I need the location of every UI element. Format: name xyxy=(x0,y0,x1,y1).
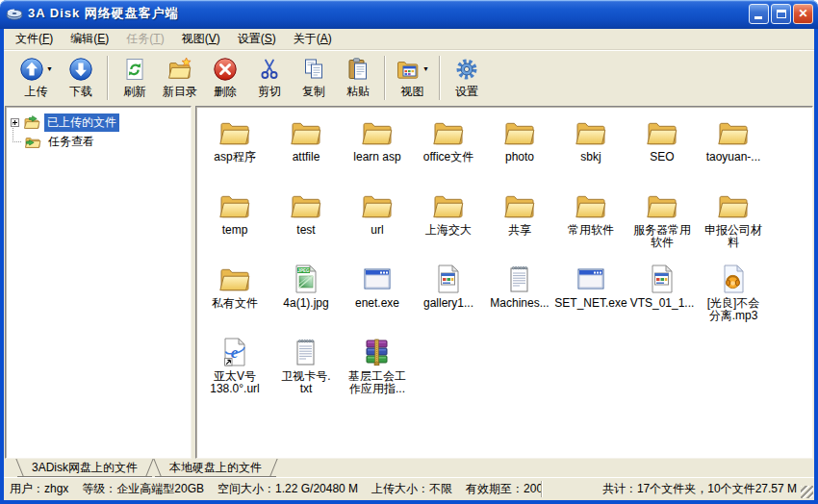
folder-icon xyxy=(218,117,251,148)
close-button[interactable]: ✕ xyxy=(793,4,813,24)
folder-icon xyxy=(575,117,607,148)
tree-label-task-view[interactable]: 任务查看 xyxy=(45,133,97,151)
file-label: test xyxy=(296,224,315,237)
menu-view[interactable]: 视图(V) xyxy=(173,28,229,50)
file-item-folder[interactable]: 申报公司材料 xyxy=(698,189,769,263)
file-item-folder[interactable]: temp xyxy=(199,189,270,263)
file-item-htmldoc[interactable]: VTS_01_1... xyxy=(626,263,698,336)
upload-button[interactable]: ▼ 上传 xyxy=(13,53,59,103)
file-item-folder[interactable]: 私有文件 xyxy=(199,263,270,336)
tab-network-disk-files[interactable]: 3ADisk网盘上的文件 xyxy=(17,459,152,477)
file-label: 申报公司材料 xyxy=(704,224,762,249)
menu-settings[interactable]: 设置(S) xyxy=(229,28,285,50)
file-label: attfile xyxy=(293,151,320,164)
window-title: 3A Disk 网络硬盘客户端 xyxy=(28,5,747,22)
title-bar[interactable]: 3A Disk 网络硬盘客户端 ✕ xyxy=(0,0,818,29)
file-label: 亚太V号138.0°.url xyxy=(210,370,260,395)
file-item-folder[interactable]: office文件 xyxy=(413,116,484,189)
file-item-folder[interactable]: 服务器常用软件 xyxy=(626,189,698,263)
app-logo-disk-icon xyxy=(6,5,23,22)
toolbar-separator xyxy=(439,56,441,100)
file-label: sbkj xyxy=(580,151,601,164)
file-label: 基层工会工作应用指... xyxy=(348,370,406,395)
file-item-folder[interactable]: attfile xyxy=(270,116,342,189)
view-button[interactable]: ▼ 视图 xyxy=(390,53,435,103)
folder-icon xyxy=(575,190,607,221)
file-item-audio[interactable]: [光良]不会分离.mp3 xyxy=(698,263,769,336)
new-directory-button[interactable]: 新目录 xyxy=(157,53,203,103)
folder-icon xyxy=(218,190,251,221)
file-item-folder[interactable]: sbkj xyxy=(555,116,626,189)
file-label: asp程序 xyxy=(214,151,255,164)
file-item-folder[interactable]: asp程序 xyxy=(199,116,270,189)
delete-button[interactable]: 删除 xyxy=(203,53,247,103)
folder-icon xyxy=(361,117,394,148)
file-item-htmldoc[interactable]: gallery1... xyxy=(413,263,484,336)
copy-button[interactable]: 复制 xyxy=(292,53,336,103)
svg-text:JPEG: JPEG xyxy=(297,268,310,273)
task-view-folder-icon xyxy=(25,135,41,149)
resize-grip-icon[interactable] xyxy=(801,486,813,498)
file-item-folder[interactable]: learn asp xyxy=(342,116,413,189)
file-list-panel[interactable]: asp程序 attfile learn asp office文件 photo s… xyxy=(195,106,813,459)
file-item-folder[interactable]: SEO xyxy=(626,116,698,189)
file-label: 私有文件 xyxy=(212,297,258,310)
file-label: gallery1... xyxy=(423,297,473,310)
view-icon xyxy=(396,57,421,82)
view-dropdown-arrow[interactable]: ▼ xyxy=(422,65,429,72)
file-item-jpeg[interactable]: JPEG 4a(1).jpg xyxy=(270,263,342,336)
file-item-rar[interactable]: 基层工会工作应用指... xyxy=(342,336,413,409)
file-item-folder[interactable]: taoyuan-... xyxy=(698,116,769,189)
menu-edit[interactable]: 编辑(E) xyxy=(62,28,117,50)
file-item-text[interactable]: 卫视卡号.txt xyxy=(270,336,342,409)
menu-about[interactable]: 关于(A) xyxy=(285,28,341,50)
status-account-panel: 用户：zhgx 等级：企业高端型20GB 空间大小：1.22 G/20480 M… xyxy=(4,481,541,497)
htmldoc-icon xyxy=(432,264,465,294)
file-label: temp xyxy=(222,224,248,237)
close-icon: ✕ xyxy=(798,8,807,19)
file-item-folder[interactable]: 常用软件 xyxy=(555,189,626,263)
tree-item-uploaded-files[interactable]: 已上传的文件 xyxy=(8,113,189,132)
file-item-text[interactable]: Machines... xyxy=(484,263,555,336)
tab-local-disk-files[interactable]: 本地硬盘上的文件 xyxy=(155,459,276,477)
status-valid-until: 有效期至：2009-05-29 xyxy=(466,481,541,497)
rar-icon xyxy=(361,337,394,367)
file-label: photo xyxy=(505,151,534,164)
file-label: enet.exe xyxy=(355,297,399,310)
download-button[interactable]: 下载 xyxy=(59,53,103,103)
download-label: 下载 xyxy=(69,84,92,100)
scissors-icon xyxy=(257,57,282,82)
refresh-button[interactable]: 刷新 xyxy=(113,53,157,103)
folder-icon xyxy=(290,117,322,148)
settings-button[interactable]: 设置 xyxy=(445,53,489,103)
tree-label-uploaded-files[interactable]: 已上传的文件 xyxy=(44,113,119,132)
upload-dropdown-arrow[interactable]: ▼ xyxy=(46,65,53,72)
file-item-url[interactable]: e 亚太V号138.0°.url xyxy=(199,336,270,409)
file-item-folder[interactable]: 共享 xyxy=(484,189,555,263)
file-item-folder[interactable]: test xyxy=(270,189,342,263)
minimize-button[interactable] xyxy=(749,4,769,24)
menu-file[interactable]: 文件(F) xyxy=(7,28,62,50)
text-icon xyxy=(290,337,322,367)
file-item-exe[interactable]: SET_NET.exe xyxy=(555,263,626,336)
file-label: taoyuan-... xyxy=(706,151,761,164)
folder-icon xyxy=(432,117,465,148)
cut-button[interactable]: 剪切 xyxy=(247,53,292,103)
maximize-button[interactable] xyxy=(771,4,791,24)
folder-icon xyxy=(646,190,678,221)
status-level: 等级：企业高端型20GB xyxy=(82,481,204,497)
jpeg-icon: JPEG xyxy=(290,264,322,294)
new-folder-icon xyxy=(167,57,192,82)
tree-item-task-view[interactable]: 任务查看 xyxy=(20,132,189,151)
file-item-folder[interactable]: 上海交大 xyxy=(413,189,484,263)
file-item-folder[interactable]: photo xyxy=(484,116,555,189)
paste-icon xyxy=(345,57,371,82)
menu-bar: 文件(F) 编辑(E) 任务(T) 视图(V) 设置(S) 关于(A) xyxy=(4,29,814,50)
status-space: 空间大小：1.22 G/20480 M xyxy=(217,481,358,497)
status-upload-limit: 上传大小：不限 xyxy=(371,481,452,497)
file-item-folder[interactable]: url xyxy=(342,189,413,263)
folder-icon xyxy=(646,117,678,148)
paste-button[interactable]: 粘贴 xyxy=(336,53,380,103)
copy-label: 复制 xyxy=(302,84,325,100)
file-item-exe[interactable]: enet.exe xyxy=(342,263,413,336)
